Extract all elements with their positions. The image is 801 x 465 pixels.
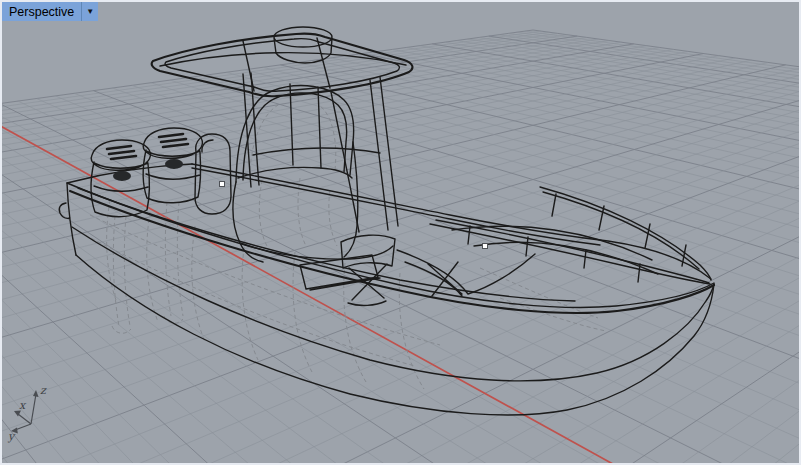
- x-axis-label: x: [19, 399, 27, 412]
- perspective-viewport[interactable]: z x y Perspective ▼: [0, 0, 801, 465]
- chevron-down-icon[interactable]: ▼: [82, 2, 98, 21]
- viewport-title-tab[interactable]: Perspective ▼: [2, 2, 98, 21]
- axis-gizmo: z x y: [7, 384, 47, 443]
- construction-grid: [0, 30, 801, 465]
- z-axis-label: z: [40, 384, 47, 397]
- viewport-title[interactable]: Perspective: [2, 5, 81, 19]
- viewport-canvas[interactable]: z x y: [0, 0, 801, 465]
- control-point[interactable]: [220, 182, 225, 187]
- radar-dome[interactable]: [274, 27, 332, 63]
- control-point[interactable]: [483, 244, 488, 249]
- hull-longitudinal-curves: [85, 215, 440, 366]
